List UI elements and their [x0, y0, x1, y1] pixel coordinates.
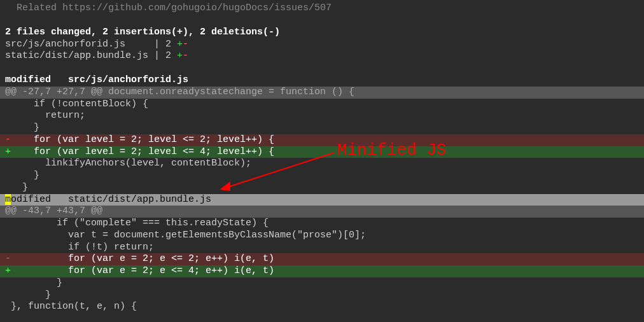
filestat-2-pre: static/dist/app.bundle.js | 2	[5, 50, 177, 61]
minus-icon: -	[5, 253, 11, 264]
context-line: }, function(t, e, n) {	[0, 301, 644, 313]
plus-icon: +	[5, 146, 11, 157]
context-line: linkifyAnchors(level, contentBlock);	[0, 158, 644, 170]
annotation-label: Minified JS	[337, 140, 447, 161]
minus-icon: -	[183, 50, 188, 61]
hunk-header-1: @@ -27,7 +27,7 @@ document.onreadystatec…	[0, 87, 644, 99]
context-line: }	[0, 122, 644, 134]
removed-line: - for (var level = 2; level <= 2; level+…	[0, 134, 644, 146]
context-line: }	[0, 170, 644, 182]
removed-line: - for (var e = 2; e <= 2; e++) i(e, t)	[0, 253, 644, 265]
plus-icon: +	[177, 39, 183, 50]
removed-body: for (var level = 2; level <= 2; level++)…	[11, 134, 274, 145]
context-line: if (!t) return;	[0, 242, 644, 254]
context-line: }	[0, 290, 644, 302]
related-line: Related https://github.com/gohugoio/hugo…	[0, 3, 644, 15]
minus-icon: -	[5, 134, 11, 145]
added-body: for (var level = 2; level <= 4; level++)…	[11, 146, 274, 157]
blank	[0, 15, 644, 27]
added-line: + for (var e = 2; e <= 4; e++) i(e, t)	[0, 265, 644, 277]
added-line: + for (var level = 2; level <= 4; level+…	[0, 146, 644, 158]
removed-body: for (var e = 2; e <= 2; e++) i(e, t)	[11, 253, 274, 264]
context-line: if ("complete" === this.readyState) {	[0, 218, 644, 230]
modified-header-2: modified static/dist/app.bundle.js	[0, 194, 644, 206]
plus-icon: +	[177, 50, 183, 61]
filestat-2: static/dist/app.bundle.js | 2 +-	[0, 50, 644, 62]
context-line: return;	[0, 110, 644, 122]
blank	[0, 62, 644, 74]
added-body: for (var e = 2; e <= 4; e++) i(e, t)	[11, 265, 274, 276]
filestat-1: src/js/anchorforid.js | 2 +-	[0, 39, 644, 51]
plus-icon: +	[5, 265, 11, 276]
context-line: }	[0, 182, 644, 194]
diff-summary: 2 files changed, 2 insertions(+), 2 dele…	[0, 27, 644, 39]
modified-header-1: modified src/js/anchorforid.js	[0, 74, 644, 87]
context-line: if (!contentBlock) {	[0, 99, 644, 111]
hunk-header-2: @@ -43,7 +43,7 @@	[0, 206, 644, 218]
minus-icon: -	[183, 39, 188, 50]
modified-rest: odified static/dist/app.bundle.js	[11, 194, 211, 205]
cursor: m	[5, 194, 11, 205]
context-line: var t = document.getElementsByClassName(…	[0, 230, 644, 242]
context-line: }	[0, 277, 644, 290]
filestat-1-pre: src/js/anchorforid.js | 2	[5, 39, 177, 50]
